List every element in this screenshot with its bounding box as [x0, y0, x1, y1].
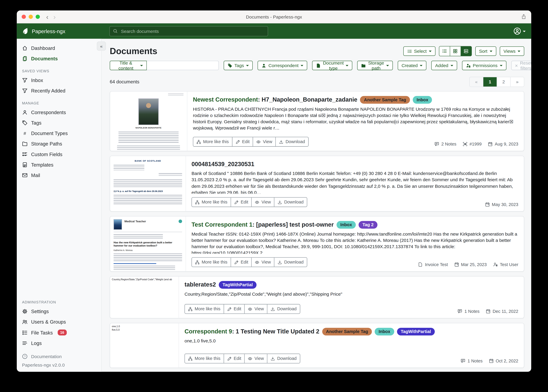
diagram-icon — [196, 140, 201, 144]
sort-button[interactable]: Sort — [475, 46, 496, 56]
sidebar-item-correspondents[interactable]: Correspondents — [17, 107, 101, 118]
tag-pill[interactable]: Another Sample Tag — [322, 328, 372, 335]
view-button[interactable]: View — [245, 354, 267, 363]
document-thumbnail[interactable]: one,1.0 five,5.0 — [110, 323, 179, 368]
sidebar-item-storage-paths[interactable]: Storage Paths — [17, 139, 101, 149]
more-like-this-button[interactable]: More like this — [185, 304, 224, 314]
view-mode-detail-button[interactable] — [461, 46, 471, 56]
share-icon[interactable] — [521, 14, 526, 20]
view-button[interactable]: View — [252, 198, 274, 207]
tag-pill[interactable]: TagWithPartial — [219, 281, 257, 288]
sidebar-item-file-tasks[interactable]: File Tasks 16 — [17, 327, 101, 338]
download-button[interactable]: Download — [267, 354, 300, 363]
filter-permissions-button[interactable]: Permissions — [462, 61, 506, 70]
eye-icon — [255, 260, 259, 264]
app-brand[interactable]: Paperless-ngx — [22, 28, 65, 35]
back-icon[interactable]: ‹ — [46, 13, 49, 20]
sidebar-item-custom-fields[interactable]: Custom Fields — [17, 149, 101, 160]
correspondent-link[interactable]: Newest Correspondent — [193, 96, 258, 103]
download-button[interactable]: Download — [267, 304, 300, 314]
tag-pill[interactable]: Another Sample Tag — [360, 96, 410, 104]
sidebar-item-documentation[interactable]: Documentation — [17, 352, 101, 361]
eye-icon — [255, 200, 259, 204]
tag-pill[interactable]: Inbox — [375, 328, 394, 335]
notes-indicator[interactable]: 1 Notes — [458, 309, 479, 314]
edit-button[interactable]: Edit — [232, 137, 253, 146]
download-button[interactable]: Download — [276, 137, 308, 146]
sidebar-item-templates[interactable]: Templates — [17, 160, 101, 170]
tag-pill[interactable]: Tag 2 — [359, 221, 377, 228]
filter-tags-button[interactable]: Tags — [224, 61, 253, 70]
document-title[interactable]: Newest Correspondent: H7_Napoleon_Bonapa… — [193, 96, 357, 104]
reset-filters-button[interactable]: × Reset filters — [511, 61, 531, 70]
sidebar-item-tags[interactable]: Tags — [17, 118, 101, 128]
filter-document-type-button[interactable]: Document type — [312, 61, 352, 70]
document-thumbnail[interactable]: BANK OF SCOTLAND 2,0 % p. a. auf Ihr Tag… — [110, 156, 186, 211]
view-button[interactable]: View — [253, 137, 276, 146]
sidebar-item-recently-added[interactable]: Recently Added — [17, 85, 101, 96]
select-button[interactable]: Select — [403, 46, 435, 56]
sidebar-item-logs[interactable]: Logs — [17, 338, 101, 348]
tag-pill[interactable]: Inbox — [337, 221, 356, 228]
document-thumbnail[interactable]: Country,Region/State,"Zip/Postal Code","… — [110, 277, 179, 318]
download-button[interactable]: Download — [274, 258, 307, 267]
pagination-next[interactable]: » — [511, 77, 524, 86]
document-card: NAPOLEON BONAPARTE Newest Correspondent:… — [110, 91, 524, 151]
view-button[interactable]: View — [252, 258, 274, 267]
filter-text-input[interactable] — [147, 61, 219, 70]
edit-button[interactable]: Edit — [224, 304, 245, 314]
more-like-this-button[interactable]: More like this — [192, 198, 231, 207]
global-search[interactable] — [109, 26, 268, 36]
close-window-button[interactable] — [22, 15, 26, 19]
filter-correspondent-button[interactable]: Correspondent — [258, 61, 307, 70]
correspondent-link[interactable]: Correspondent 9 — [185, 328, 232, 335]
minimize-window-button[interactable] — [29, 15, 33, 19]
view-mode-grid-button[interactable] — [450, 46, 461, 56]
tag-filled-icon — [227, 63, 232, 68]
tag-pill[interactable]: Inbox — [413, 96, 432, 104]
sidebar-item-dashboard[interactable]: Dashboard — [17, 43, 101, 53]
notes-indicator[interactable]: 1 Notes — [461, 358, 483, 364]
filter-storage-path-button[interactable]: Storage path — [357, 61, 393, 70]
document-title[interactable]: Correspondent 9: 1 Testing New Title Upd… — [185, 328, 319, 335]
funnel-icon — [22, 88, 28, 93]
search-field-selector[interactable]: Title & content — [110, 61, 147, 70]
sidebar-item-document-types[interactable]: Document Types — [17, 128, 101, 139]
edit-button[interactable]: Edit — [224, 354, 245, 363]
document-thumbnail[interactable]: Medical Teacher Has the new Kirkpatrick … — [110, 217, 186, 271]
document-title[interactable]: tablerates2 — [185, 281, 216, 288]
filter-created-button[interactable]: Created — [398, 61, 426, 70]
tag-pill[interactable]: TagWithPartial — [397, 328, 435, 335]
document-title[interactable]: 0004814539_20230531 — [192, 161, 254, 168]
pagination-page-2[interactable]: 2 — [497, 77, 511, 86]
view-mode-list-button[interactable] — [439, 46, 450, 56]
sidebar-item-settings[interactable]: Settings — [17, 306, 101, 317]
sidebar-item-documents[interactable]: Documents — [17, 54, 101, 64]
user-menu[interactable] — [513, 27, 526, 35]
zoom-window-button[interactable] — [36, 15, 40, 19]
edit-button[interactable]: Edit — [231, 258, 252, 267]
edit-button[interactable]: Edit — [231, 198, 252, 207]
document-title[interactable]: Test Correspondent 1: [paperless] test p… — [192, 221, 334, 228]
filter-added-button[interactable]: Added — [431, 61, 457, 70]
sidebar-item-users-groups[interactable]: Users & Groups — [17, 317, 101, 327]
correspondent-link[interactable]: Test Correspondent 1 — [192, 221, 252, 228]
sidebar-item-inbox[interactable]: Inbox — [17, 75, 101, 85]
app-version: Paperless-ngx v2.0.0 — [17, 361, 101, 367]
collapse-sidebar-button[interactable]: « — [97, 42, 106, 51]
sidebar-item-mail[interactable]: Mail — [17, 170, 101, 181]
pagination-page-1[interactable]: 1 — [483, 77, 497, 86]
download-button[interactable]: Download — [274, 198, 307, 207]
notes-indicator[interactable]: 2 Notes — [434, 142, 456, 147]
search-input[interactable] — [120, 28, 265, 34]
funnel-icon — [22, 77, 28, 83]
forward-icon[interactable]: › — [53, 13, 56, 20]
more-like-this-button[interactable]: More like this — [193, 137, 232, 146]
views-button[interactable]: Views — [499, 46, 524, 56]
pagination-prev[interactable]: « — [470, 77, 483, 86]
document-thumbnail[interactable]: NAPOLEON BONAPARTE — [110, 91, 187, 151]
view-button[interactable]: View — [245, 304, 267, 314]
date-indicator: May 30, 2023 — [485, 202, 518, 207]
more-like-this-button[interactable]: More like this — [192, 258, 231, 267]
more-like-this-button[interactable]: More like this — [185, 354, 224, 363]
